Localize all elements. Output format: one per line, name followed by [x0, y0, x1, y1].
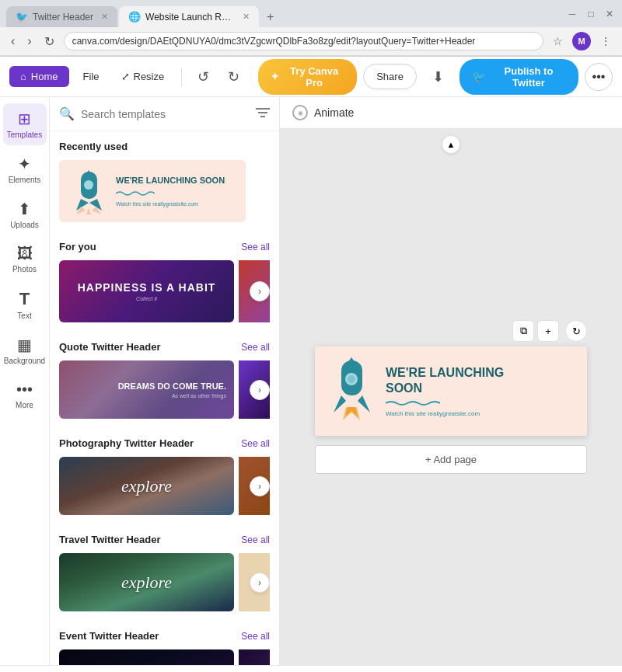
tab-twitter-header[interactable]: 🐦 Twitter Header ✕ — [6, 6, 117, 27]
new-tab-button[interactable]: + — [260, 7, 280, 27]
launch-url: Watch this site reallygreatsite.com — [116, 201, 225, 207]
add-page-button[interactable]: + Add page — [315, 445, 587, 474]
quote-title: Quote Twitter Header — [59, 341, 161, 353]
launch-text: WE'RE LAUNCHING SOON Watch this site rea… — [116, 176, 225, 207]
filter-button[interactable] — [256, 107, 270, 121]
file-label: File — [83, 71, 100, 82]
event-row: URBAN IN MOTION › — [59, 649, 270, 665]
animate-label[interactable]: Animate — [314, 106, 354, 119]
sidebar-item-background[interactable]: ▦ Background — [3, 329, 47, 371]
recently-used-title: Recently used — [59, 141, 128, 152]
redo-button[interactable]: ↻ — [222, 65, 246, 89]
for-you-row: HAPPINESS IS A HABIT Collect it › — [59, 260, 270, 322]
photo-overlay: explore — [59, 457, 234, 515]
share-label: Share — [376, 71, 404, 82]
recently-used-header: Recently used — [59, 141, 270, 152]
recently-used-card[interactable]: WE'RE LAUNCHING SOON Watch this site rea… — [59, 160, 246, 222]
design-canvas[interactable]: WE'RE LAUNCHING SOON Watch this site rea… — [315, 346, 587, 436]
event-section: Event Twitter Header See all URBAN IN MO… — [50, 621, 279, 665]
browser-chrome: 🐦 Twitter Header ✕ 🌐 Website Launch Rock… — [0, 0, 622, 57]
profile-avatar[interactable]: M — [572, 32, 591, 50]
sidebar-item-uploads[interactable]: ⬆ Uploads — [3, 193, 47, 235]
home-button[interactable]: ⌂ Home — [9, 66, 69, 87]
event-side-card[interactable] — [239, 649, 270, 665]
svg-marker-13 — [358, 395, 370, 413]
photography-section: Photography Twitter Header See all explo… — [50, 428, 279, 515]
svg-point-7 — [84, 180, 93, 190]
maximize-button[interactable]: □ — [585, 8, 597, 20]
filter-icon — [256, 107, 270, 118]
quote-next-button[interactable]: › — [250, 380, 270, 400]
photo-card[interactable]: explore — [59, 457, 234, 515]
bookmark-button[interactable]: ☆ — [550, 33, 566, 49]
canvas-container: ⧉ + ↻ — [315, 320, 587, 474]
scroll-up-button[interactable]: ▲ — [442, 135, 460, 154]
event-see-all[interactable]: See all — [241, 631, 270, 642]
travel-card[interactable]: explore — [59, 553, 234, 611]
sidebar-item-text[interactable]: T Text — [3, 283, 47, 326]
travel-section: Travel Twitter Header See all explore Tr… — [50, 524, 279, 611]
tab-website-launch[interactable]: 🌐 Website Launch Rocketship Twi... ✕ — [119, 6, 259, 27]
quote-overlay: DREAMS DO COME TRUE. As well as other th… — [59, 360, 234, 419]
elements-icon: ✦ — [18, 155, 31, 173]
address-input[interactable] — [64, 32, 543, 50]
forward-button[interactable]: › — [24, 33, 34, 50]
recently-used-row: WE'RE LAUNCHING SOON Watch this site rea… — [59, 160, 270, 222]
quote-text: DREAMS DO COME TRUE. — [118, 381, 226, 392]
travel-header: Travel Twitter Header See all — [59, 534, 270, 545]
quote-see-all[interactable]: See all — [241, 342, 270, 353]
add-tool-button[interactable]: + — [537, 320, 559, 342]
event-title: Event Twitter Header — [59, 630, 159, 642]
download-button[interactable]: ⬇ — [423, 62, 453, 92]
travel-next-button[interactable]: › — [250, 573, 270, 593]
publish-to-twitter-button[interactable]: 🐦 Publish to Twitter — [460, 59, 578, 95]
undo-button[interactable]: ↺ — [191, 65, 215, 89]
sidebar-item-more[interactable]: ••• More — [3, 374, 47, 416]
back-button[interactable]: ‹ — [8, 33, 18, 50]
quote-author: As well as other things — [172, 393, 226, 399]
travel-see-all[interactable]: See all — [241, 534, 270, 545]
more-options-button[interactable]: ••• — [585, 63, 613, 91]
main-area: ⊞ Templates ✦ Elements ⬆ Uploads 🖼 Photo… — [0, 97, 622, 665]
tab-close-2[interactable]: ✕ — [243, 12, 250, 22]
sidebar-item-elements[interactable]: ✦ Elements — [3, 148, 47, 190]
background-icon: ▦ — [17, 336, 32, 354]
svg-point-16 — [348, 375, 355, 383]
copy-tool-button[interactable]: ⧉ — [512, 320, 534, 342]
background-label: Background — [4, 357, 45, 365]
sidebar-item-templates[interactable]: ⊞ Templates — [3, 103, 47, 145]
share-button[interactable]: Share — [363, 64, 417, 89]
refresh-canvas-button[interactable]: ↻ — [565, 320, 587, 342]
browser-menu-button[interactable]: ⋮ — [597, 33, 614, 49]
photography-see-all[interactable]: See all — [241, 438, 270, 449]
for-you-see-all[interactable]: See all — [241, 242, 270, 252]
quote-card-main[interactable]: DREAMS DO COME TRUE. As well as other th… — [59, 360, 234, 419]
canvas-tools: ⧉ + ↻ — [315, 320, 587, 342]
resize-button[interactable]: ⤢ Resize — [114, 66, 173, 87]
sidebar-item-photos[interactable]: 🖼 Photos — [3, 239, 47, 280]
tab-close-1[interactable]: ✕ — [101, 12, 108, 22]
for-you-next-button[interactable]: › — [250, 281, 270, 301]
close-button[interactable]: ✕ — [603, 8, 616, 20]
photo-next-button[interactable]: › — [250, 476, 270, 496]
more-icon: ••• — [16, 381, 33, 399]
minimize-button[interactable]: ─ — [566, 8, 578, 20]
refresh-button[interactable]: ↻ — [41, 33, 58, 50]
photography-header: Photography Twitter Header See all — [59, 437, 270, 449]
animate-bar: ◉ Animate — [280, 97, 622, 129]
event-card[interactable]: URBAN IN MOTION — [59, 649, 234, 665]
try-canva-pro-button[interactable]: ✦ Try Canva Pro — [258, 59, 357, 95]
happiness-template-card[interactable]: HAPPINESS IS A HABIT Collect it — [59, 260, 234, 322]
svg-marker-12 — [334, 395, 346, 413]
wave-svg — [116, 190, 155, 197]
try-canva-label: Try Canva Pro — [284, 65, 344, 89]
travel-title: Travel Twitter Header — [59, 534, 161, 545]
templates-panel: 🔍 Recently used — [50, 97, 280, 665]
text-label: Text — [17, 312, 31, 320]
toolbar-separator-1 — [181, 68, 182, 86]
search-input[interactable] — [81, 108, 250, 120]
file-button[interactable]: File — [75, 66, 107, 87]
for-you-header: For you See all — [59, 241, 270, 252]
animate-icon: ◉ — [292, 105, 308, 120]
canvas-content: WE'RE LAUNCHING SOON Watch this site rea… — [315, 346, 587, 436]
